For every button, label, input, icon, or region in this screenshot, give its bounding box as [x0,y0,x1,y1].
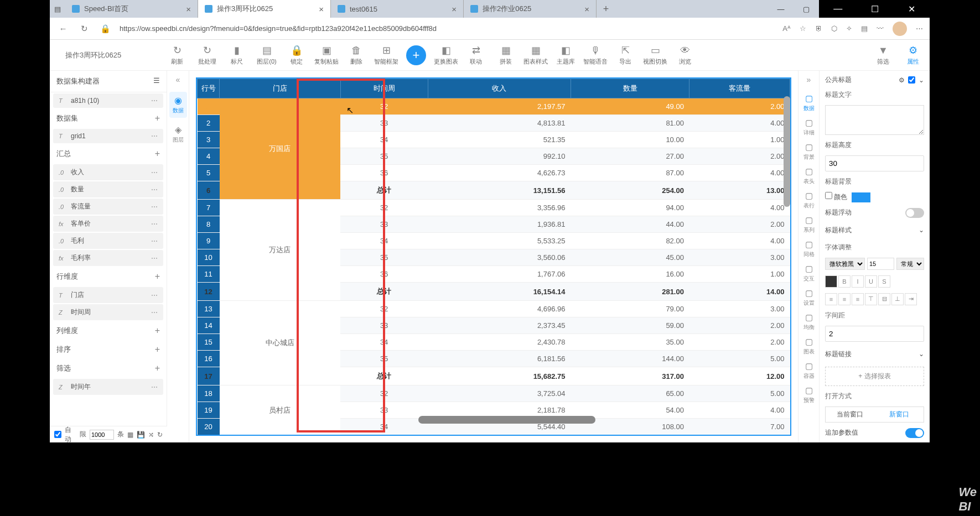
rrail-交互[interactable]: ▢交互 [801,261,817,285]
text-size-icon[interactable]: Aᴬ [782,24,791,33]
align-right-button[interactable]: ≡ [852,293,864,305]
more-icon[interactable]: ⋯ [151,220,158,228]
rowdim-field-门店[interactable]: T门店⋯ [53,287,163,303]
health-icon[interactable]: 〰 [877,24,884,33]
shuffle-icon[interactable]: ⤭ [148,431,154,439]
table-header[interactable]: 客流量 [689,79,790,98]
os-maximize[interactable]: ☐ [871,4,879,14]
toolbar-锁定[interactable]: 🔒锁定 [282,44,311,66]
align-center-button[interactable]: ≡ [838,293,851,305]
indent-button[interactable]: ⇥ [905,293,917,305]
more-icon[interactable]: ⋯ [151,186,158,194]
site-info-icon[interactable]: 🔒 [98,24,112,34]
toolbar-导出[interactable]: ⇱导出 [611,44,640,66]
window-menu-icon[interactable]: ▤ [50,5,65,13]
field-grid1[interactable]: Tgrid1⋯ [53,129,163,143]
table-header[interactable]: 收入 [428,79,571,98]
rrail-表行[interactable]: ▢表行 [801,188,817,212]
more-icon[interactable]: ⋯ [916,24,923,33]
toolbar-批处理[interactable]: ↻批处理 [193,44,221,66]
add-summary-button[interactable]: + [155,149,160,159]
summary-field-客单价[interactable]: fx客单价⋯ [53,216,163,232]
reading-list-icon[interactable]: ▤ [861,24,868,33]
add-button[interactable]: + [406,45,426,65]
toolbar-浏览[interactable]: 👁浏览 [671,44,699,66]
toolbar-主题库[interactable]: ◧主题库 [551,44,580,66]
tab-home[interactable]: Speed-BI首页× [65,0,198,18]
auto-checkbox[interactable] [54,431,61,438]
rail-data[interactable]: ◉数据 [169,92,187,118]
rrail-设置[interactable]: ▢设置 [801,285,817,310]
chevron-down-icon[interactable]: ⌄ [919,76,924,84]
field-a81h[interactable]: Ta81h (10)⋯ [53,93,163,108]
toolbar-标尺[interactable]: ▮标尺 [222,44,251,66]
table-header[interactable]: 门店 [220,79,341,98]
grid-icon[interactable]: ▦ [127,431,133,439]
rrail-详细[interactable]: ▢详细 [801,115,817,139]
minimize-button[interactable]: — [768,0,794,18]
chevron-down-icon[interactable]: ⌄ [919,226,924,234]
toolbar-刷新[interactable]: ↻刷新 [163,44,191,66]
rrail-预警[interactable]: ▢预警 [801,383,817,407]
filter-field-时间年[interactable]: Z时间年⋯ [53,379,163,395]
url-text[interactable]: https://ow.speedbi.cn/design?fmenuid=0&f… [120,24,775,33]
rrail-数据[interactable]: ▢数据 [801,91,817,115]
bg-enabled-checkbox[interactable] [825,192,832,199]
valign-bot-button[interactable]: ⊥ [891,293,904,305]
table-row[interactable]: 13中心城店324,696.9679.003.00 [198,301,790,317]
font-size-input[interactable] [867,258,894,270]
title-height-input[interactable] [825,155,924,171]
rrail-同格[interactable]: ▢同格 [801,237,817,261]
tab-test[interactable]: test0615× [331,0,464,18]
table-header[interactable]: 行号 [198,79,220,98]
valign-top-button[interactable]: ⊤ [865,293,877,305]
summary-field-毛利[interactable]: .0毛利⋯ [53,233,163,249]
color-button[interactable] [825,275,837,288]
rrail-表头[interactable]: ▢表头 [801,164,817,188]
back-button[interactable]: ← [56,24,70,33]
underline-button[interactable]: U [865,275,877,288]
filter-button[interactable]: ▼筛选 [869,44,898,66]
rowdim-field-时间周[interactable]: Z时间周⋯ [53,304,163,320]
collapse-left-icon[interactable]: « [176,75,180,84]
append-param-toggle[interactable] [905,428,924,438]
open-current-button[interactable]: 当前窗口 [826,407,875,422]
tab-ops2[interactable]: 操作2作业0625× [464,0,597,18]
select-report-button[interactable]: + 选择报表 [825,367,924,386]
open-new-button[interactable]: 新窗口 [875,407,924,422]
summary-field-数量[interactable]: .0数量⋯ [53,181,163,197]
italic-button[interactable]: I [852,275,864,288]
rrail-系列[interactable]: ▢系列 [801,212,817,237]
title-enabled-checkbox[interactable] [908,76,915,84]
add-rowdim-button[interactable]: + [155,272,160,282]
refresh-button[interactable]: ↻ [77,24,91,34]
gear-icon[interactable]: ⚙ [899,76,905,84]
more-icon[interactable]: ⋯ [151,97,158,105]
bold-button[interactable]: B [838,275,851,288]
extensions-icon[interactable]: ⬡ [831,24,837,33]
more-icon[interactable]: ⋯ [151,169,158,176]
font-weight-select[interactable]: 常规 [896,258,924,270]
close-icon[interactable]: × [452,4,457,14]
table-row[interactable]: 1万国店322,197.5749.002.00 [198,98,790,115]
table-header[interactable]: 时间周 [340,79,428,98]
limit-input[interactable] [90,430,114,440]
shield-icon[interactable]: ⛨ [815,24,822,33]
os-close[interactable]: ✕ [908,4,915,14]
rail-layer[interactable]: ◈图层 [169,121,187,147]
more-icon[interactable]: ⋯ [151,254,158,262]
more-icon[interactable]: ⋯ [151,132,158,140]
data-table[interactable]: 行号门店时间周收入数量客流量1万国店322,197.5749.002.00233… [196,77,791,436]
collections-icon[interactable]: ✧ [846,24,852,33]
table-row[interactable]: 18员村店323,725.0465.005.00 [198,385,790,402]
favorite-icon[interactable]: ☆ [800,24,806,33]
properties-button[interactable]: ⚙属性 [899,44,927,66]
restore-button[interactable]: ▢ [794,0,819,18]
collapse-right-icon[interactable]: » [807,75,811,84]
toolbar-图表样式[interactable]: ▦图表样式 [521,44,550,66]
save-icon[interactable]: 💾 [137,431,145,439]
summary-field-客流量[interactable]: .0客流量⋯ [53,199,163,215]
toolbar-图层(0)[interactable]: ▤图层(0) [252,44,281,66]
summary-field-收入[interactable]: .0收入⋯ [53,164,163,180]
title-text-input[interactable] [825,105,924,135]
